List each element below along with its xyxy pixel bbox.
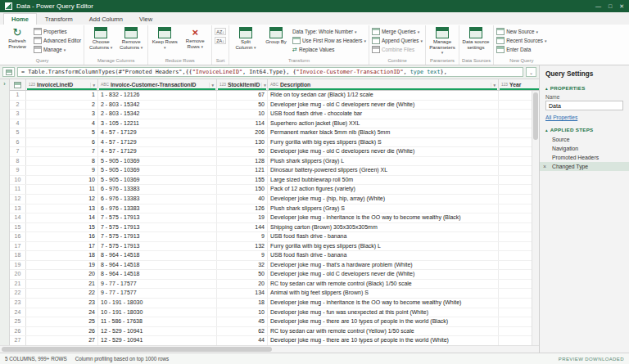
formula-expand-button[interactable]: ⌄ [526,67,536,77]
cell-invoicelineid[interactable]: 22 [26,289,98,298]
table-row[interactable]: 20208 - 964 - 1451850Developer joke mug … [10,270,539,280]
cell-stockitemid[interactable]: 121 [217,166,268,175]
table-row[interactable]: 252511 - 586 - 1763845Developer joke mug… [10,317,539,327]
cell-stockitemid[interactable]: 67 [217,91,268,100]
cell-description[interactable]: USB food flash drive - chocolate bar [268,110,499,119]
cell-description[interactable]: Pack of 12 action figures (variety) [268,185,499,194]
cell-stockitemid[interactable]: 155 [217,176,268,185]
table-row[interactable]: 995 - 905 - 10369121Dinosaur battery-pow… [10,166,539,176]
cell-invoicelineid[interactable]: 14 [26,213,98,222]
cell-invoicelineid[interactable]: 12 [26,195,98,204]
delete-step-icon[interactable]: × [543,164,546,169]
properties-section-header[interactable]: ▴PROPERTIES [540,82,629,92]
table-row[interactable]: 664 - 57 - 17129130Furry gorilla with bi… [10,138,539,148]
table-row[interactable]: 262612 - 529 - 1094162RC toy sedan car w… [10,327,539,337]
table-row[interactable]: 21219 - 77 - 1757720RC toy sedan car wit… [10,280,539,290]
cell-invoicelineid[interactable]: 19 [26,261,98,270]
cell-description[interactable]: Shipping carton (Brown) 305x305x305mm [268,223,499,232]
column-header-invoice-customer-transactionid[interactable]: ABCInvoice-Customer-TransactionID▾ [98,79,217,91]
cell-stockitemid[interactable]: 114 [217,119,268,128]
cell-invoicelineid[interactable]: 27 [26,336,98,345]
cell-stockitemid[interactable]: 128 [217,157,268,166]
cell-invoice-customer-transactionid[interactable]: 3 - 105 - 12211 [98,119,217,128]
applied-step-changed-type[interactable]: ×Changed Type [540,162,629,171]
tab-home[interactable]: Home [3,13,37,25]
horizontal-scrollbar-thumb[interactable] [2,347,272,352]
filter-icon[interactable]: ▾ [491,83,496,88]
cell-invoice-customer-transactionid[interactable]: 4 - 57 - 17129 [98,147,217,156]
cell-description[interactable]: Developer joke mug - fun was unexpected … [268,308,499,317]
cell-invoicelineid[interactable]: 23 [26,299,98,308]
cell-invoicelineid[interactable]: 16 [26,232,98,241]
cell-description[interactable]: Plush shark slippers (Gray) L [268,157,499,166]
cell-description[interactable]: USB food flash drive - banana [268,251,499,260]
cell-invoicelineid[interactable]: 7 [26,147,98,156]
cell-invoice-customer-transactionid[interactable]: 7 - 575 - 17913 [98,232,217,241]
vertical-scrollbar[interactable] [532,91,539,345]
table-row[interactable]: 14147 - 575 - 1791319Developer joke mug … [10,213,539,223]
column-header-description[interactable]: ABCDescription▾ [268,79,499,91]
split-column-button[interactable]: Split Column ▾ [232,26,260,50]
cell-description[interactable]: Developer joke mug - inheritance is the … [268,299,499,308]
properties-button[interactable]: Properties [34,28,81,35]
remove-rows-button[interactable]: × Remove Rows ▾ [181,26,209,49]
table-row[interactable]: 19198 - 964 - 1451832Developer joke mug … [10,261,539,271]
cell-invoicelineid[interactable]: 24 [26,308,98,317]
vertical-scrollbar-thumb[interactable] [533,92,538,140]
queries-pane-collapsed[interactable]: › [0,79,10,345]
cell-invoicelineid[interactable]: 1 [26,91,98,100]
table-row[interactable]: 12126 - 976 - 1338340Developer joke mug … [10,195,539,204]
cell-invoice-customer-transactionid[interactable]: 6 - 976 - 13383 [98,204,217,213]
sort-descending-button[interactable]: ZA↓ [215,37,226,44]
cell-stockitemid[interactable]: 44 [217,336,268,345]
cell-stockitemid[interactable]: 32 [217,261,268,270]
cell-invoice-customer-transactionid[interactable]: 8 - 964 - 14518 [98,270,217,279]
cell-description[interactable]: RC toy sedan car with remote control (Ye… [268,327,499,336]
maximize-button[interactable]: □ [609,3,612,10]
cell-invoicelineid[interactable]: 15 [26,223,98,232]
cell-invoicelineid[interactable]: 9 [26,166,98,175]
replace-values-button[interactable]: ⇄Replace Values [292,46,366,53]
cell-invoice-customer-transactionid[interactable]: 2 - 803 - 15342 [98,101,217,110]
cell-invoice-customer-transactionid[interactable]: 9 - 77 - 17577 [98,280,217,289]
formula-input[interactable]: = Table.TransformColumnTypes(#"Promoted … [17,67,523,77]
cell-invoice-customer-transactionid[interactable]: 6 - 976 - 13383 [98,185,217,194]
table-row[interactable]: 443 - 105 - 12211114Superhero action jac… [10,119,539,129]
cell-description[interactable]: Ride on toy sedan car (Black) 1/12 scale [268,91,499,100]
cell-description[interactable]: Animal with big feet slippers (Brown) S [268,289,499,298]
recent-sources-button[interactable]: Recent Sources▾ [496,37,546,44]
all-properties-link[interactable]: All Properties [540,113,629,124]
choose-columns-button[interactable]: Choose Columns ▾ [87,26,115,50]
column-header-year[interactable]: 123Year [499,79,539,91]
applied-step-promoted-headers[interactable]: Promoted Headers [540,153,629,162]
select-all-corner[interactable] [10,79,26,91]
table-row[interactable]: 774 - 57 - 1712950Developer joke mug - o… [10,147,539,157]
cell-description[interactable]: Developer joke mug - old C developers ne… [268,101,499,110]
sort-ascending-button[interactable]: AZ↓ [215,28,226,35]
table-row[interactable]: 18188 - 964 - 145189USB food flash drive… [10,251,539,261]
cell-description[interactable]: Furry gorilla with big eyes slippers (Bl… [268,138,499,147]
horizontal-scrollbar[interactable] [0,345,539,353]
cell-stockitemid[interactable]: 9 [217,232,268,241]
cell-stockitemid[interactable]: 18 [217,299,268,308]
cell-stockitemid[interactable]: 50 [217,147,268,156]
table-row[interactable]: 272712 - 529 - 1094144Developer joke mug… [10,336,539,345]
refresh-preview-button[interactable]: ↻ Refresh Preview [3,26,31,49]
cell-stockitemid[interactable]: 10 [217,308,268,317]
cell-description[interactable]: Developer joke mug - there are 10 types … [268,317,499,326]
applied-step-navigation[interactable]: Navigation [540,144,629,153]
close-button[interactable]: ✕ [619,3,624,10]
cell-stockitemid[interactable]: 150 [217,185,268,194]
cell-invoice-customer-transactionid[interactable]: 2 - 803 - 15342 [98,110,217,119]
cell-invoicelineid[interactable]: 13 [26,204,98,213]
cell-description[interactable]: Developer joke mug - inheritance is the … [268,213,499,222]
cell-description[interactable]: Developer joke mug - there are 10 types … [268,336,499,345]
cell-invoice-customer-transactionid[interactable]: 12 - 529 - 10941 [98,336,217,345]
data-type-button[interactable]: Data Type: Whole Number▾ [292,28,366,35]
cell-invoicelineid[interactable]: 3 [26,110,98,119]
cell-invoicelineid[interactable]: 8 [26,157,98,166]
filter-icon[interactable]: ▾ [209,83,214,88]
table-row[interactable]: 11116 - 976 - 13383150Pack of 12 action … [10,185,539,195]
cell-description[interactable]: Plush shark slippers (Gray) S [268,204,499,213]
tab-view[interactable]: View [131,13,161,25]
